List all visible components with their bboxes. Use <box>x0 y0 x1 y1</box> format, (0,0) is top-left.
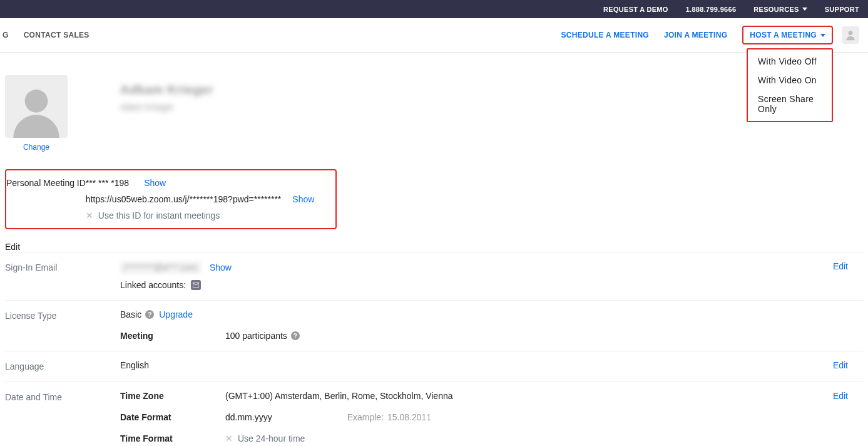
host-screen-share-option[interactable]: Screen Share Only <box>748 90 832 118</box>
host-meeting-label: HOST A MEETING <box>750 31 817 39</box>
language-row: Language English Edit <box>5 351 863 381</box>
license-row: License Type Basic ? Upgrade Meeting 100… <box>5 300 863 351</box>
language-value: English <box>120 360 149 370</box>
support-link[interactable]: SUPPORT <box>825 6 859 13</box>
main-nav: G CONTACT SALES SCHEDULE A MEETING JOIN … <box>0 18 868 53</box>
profile-content: Change Adkam Krieger Adam Krieger Person… <box>0 53 868 446</box>
resources-dropdown[interactable]: RESOURCES <box>753 6 807 13</box>
host-meeting-wrapper: HOST A MEETING With Video Off With Video… <box>742 26 833 44</box>
user-placeholder-icon <box>9 83 64 138</box>
mail-icon <box>193 283 199 288</box>
user-avatar-thumb[interactable] <box>842 26 859 44</box>
linked-account-icon <box>191 280 201 290</box>
pmi-url-show-link[interactable]: Show <box>292 194 314 204</box>
caret-down-icon <box>802 8 807 11</box>
profile-picture <box>5 75 68 138</box>
license-participants-value: 100 participants <box>225 331 287 341</box>
contact-sales-link[interactable]: CONTACT SALES <box>24 31 89 39</box>
change-photo-link[interactable]: Change <box>23 143 49 152</box>
profile-display-name: Adkam Krieger <box>120 83 213 96</box>
datetime-row: Date and Time Time Zone (GMT+1:00) Amste… <box>5 381 863 446</box>
license-basic-text: Basic <box>120 309 141 319</box>
timeformat-value: Use 24-hour time <box>238 433 305 443</box>
x-icon: ✕ <box>225 434 233 443</box>
language-label: Language <box>5 360 120 371</box>
schedule-meeting-link[interactable]: SCHEDULE A MEETING <box>561 31 649 39</box>
signin-email-show-link[interactable]: Show <box>210 262 232 272</box>
resources-label: RESOURCES <box>753 6 799 13</box>
top-utility-bar: REQUEST A DEMO 1.888.799.9666 RESOURCES … <box>0 0 868 18</box>
datetime-label: Date and Time <box>5 391 120 443</box>
timezone-label: Time Zone <box>120 391 225 401</box>
linked-accounts-label: Linked accounts: <box>120 280 186 290</box>
join-meeting-link[interactable]: JOIN A MEETING <box>664 31 727 39</box>
user-icon <box>844 29 857 41</box>
svg-point-0 <box>849 31 853 35</box>
pmi-label: Personal Meeting ID <box>6 178 86 220</box>
help-icon[interactable]: ? <box>291 331 300 340</box>
host-meeting-dropdown: With Video Off With Video On Screen Shar… <box>747 48 833 122</box>
timezone-value: (GMT+1:00) Amsterdam, Berlin, Rome, Stoc… <box>225 391 453 401</box>
signin-edit-link[interactable]: Edit <box>833 261 848 271</box>
pmi-id-masked: *** *** *198 <box>86 178 129 188</box>
pmi-edit-link[interactable]: Edit <box>5 242 20 252</box>
signin-email-row: Sign-In Email r********@e***.com Show Li… <box>5 252 863 300</box>
host-video-off-option[interactable]: With Video Off <box>748 52 832 71</box>
host-meeting-button[interactable]: HOST A MEETING <box>742 26 833 44</box>
profile-username: Adam Krieger <box>120 102 174 112</box>
signin-email-blurred: r********@e***.com <box>120 261 201 274</box>
profile-header: Change Adkam Krieger Adam Krieger <box>5 53 863 169</box>
dateformat-value: dd.mm.yyyy <box>225 412 272 422</box>
dateformat-example-label: Example: <box>347 412 384 422</box>
signin-email-label: Sign-In Email <box>5 261 120 290</box>
language-edit-link[interactable]: Edit <box>833 360 848 370</box>
host-video-on-option[interactable]: With Video On <box>748 71 832 90</box>
timeformat-label: Time Format <box>120 433 225 443</box>
help-icon[interactable]: ? <box>145 310 154 319</box>
dateformat-example-value: 15.08.2011 <box>387 412 431 422</box>
x-icon: ✕ <box>86 211 93 220</box>
phone-link[interactable]: 1.888.799.9666 <box>686 6 737 13</box>
svg-point-1 <box>25 90 48 113</box>
datetime-edit-link[interactable]: Edit <box>833 391 848 401</box>
personal-meeting-id-section: Personal Meeting ID *** *** *198 Show ht… <box>5 169 337 229</box>
pmi-url-masked: https://us05web.zoom.us/j/*******198?pwd… <box>86 194 281 204</box>
license-label: License Type <box>5 309 120 341</box>
upgrade-link[interactable]: Upgrade <box>159 309 193 319</box>
caret-down-icon <box>820 34 825 37</box>
pmi-id-show-link[interactable]: Show <box>144 178 166 188</box>
nav-item-cut[interactable]: G <box>3 31 9 39</box>
request-demo-link[interactable]: REQUEST A DEMO <box>603 6 668 13</box>
license-meeting-label: Meeting <box>120 331 225 341</box>
dateformat-label: Date Format <box>120 412 225 422</box>
pmi-instant-text: Use this ID for instant meetings <box>98 210 220 220</box>
